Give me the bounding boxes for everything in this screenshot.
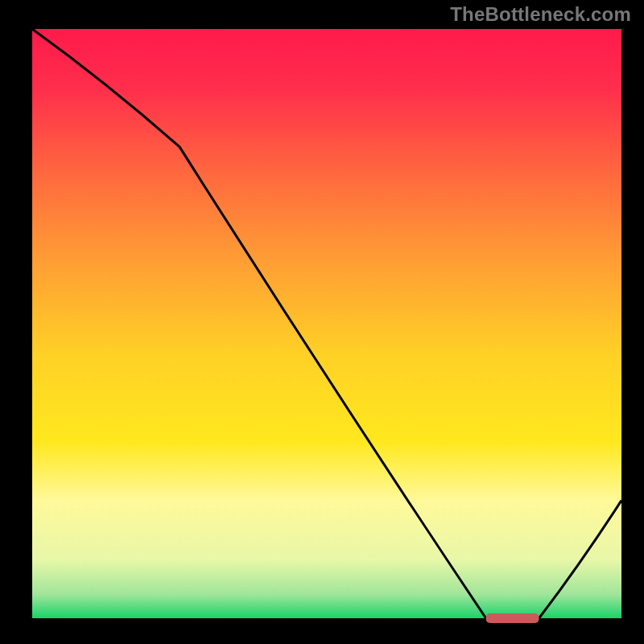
bottleneck-chart — [0, 0, 644, 644]
plot-background — [32, 29, 621, 618]
optimal-range-marker — [486, 613, 539, 623]
watermark-text: TheBottleneck.com — [450, 3, 631, 26]
chart-container: TheBottleneck.com — [0, 0, 644, 644]
